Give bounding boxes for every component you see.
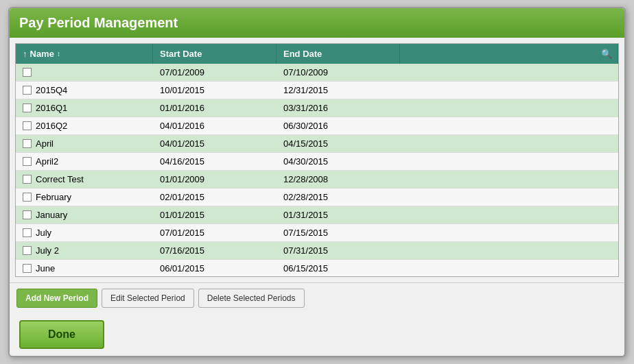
- row-checkbox[interactable]: [23, 86, 32, 95]
- row-name-label: Correct Test: [36, 174, 84, 184]
- row-checkbox[interactable]: [23, 246, 32, 255]
- main-window: Pay Period Management ↑ Name ↕ Start Dat…: [8, 7, 626, 357]
- cell-name: [16, 64, 153, 81]
- cell-name: Correct Test: [16, 171, 153, 188]
- col-startdate-header: Start Date: [153, 44, 277, 64]
- cell-start-date: 10/01/2015: [153, 82, 277, 99]
- row-name-label: June: [36, 263, 55, 274]
- cell-extra: [400, 153, 618, 170]
- add-new-period-button[interactable]: Add New Period: [16, 289, 97, 308]
- edit-selected-period-button[interactable]: Edit Selected Period: [102, 289, 194, 308]
- cell-extra: [400, 260, 618, 276]
- cell-name: 2015Q4: [16, 82, 153, 99]
- cell-start-date: 07/16/2015: [153, 242, 277, 259]
- cell-end-date: 12/28/2008: [277, 171, 400, 188]
- row-name-label: 2016Q2: [36, 121, 67, 131]
- table-row[interactable]: 2016Q1 01/01/2016 03/31/2016: [16, 99, 618, 117]
- delete-selected-periods-button[interactable]: Delete Selected Periods: [198, 289, 305, 308]
- col-search-header[interactable]: 🔍: [400, 44, 618, 64]
- page-title: Pay Period Management: [19, 15, 615, 31]
- cell-extra: [400, 224, 618, 241]
- table-header: ↑ Name ↕ Start Date End Date 🔍: [16, 44, 618, 64]
- cell-extra: [400, 206, 618, 223]
- cell-start-date: 01/01/2016: [153, 99, 277, 117]
- cell-extra: [400, 82, 618, 99]
- table-row[interactable]: April2 04/16/2015 04/30/2015: [16, 153, 618, 171]
- table-row[interactable]: 2016Q2 04/01/2016 06/30/2016: [16, 117, 618, 135]
- cell-start-date: 07/01/2009: [153, 64, 277, 81]
- cell-end-date: 04/30/2015: [277, 153, 400, 170]
- row-checkbox[interactable]: [23, 121, 32, 130]
- row-checkbox[interactable]: [23, 228, 32, 237]
- cell-start-date: 01/01/2015: [153, 206, 277, 223]
- cell-extra: [400, 135, 618, 152]
- cell-end-date: 12/31/2015: [277, 82, 400, 99]
- cell-start-date: 04/16/2015: [153, 153, 277, 170]
- table-body: 07/01/2009 07/10/2009 2015Q4 10/01/2015 …: [16, 64, 618, 276]
- sort-both-icon: ↕: [57, 50, 60, 58]
- cell-name: 2016Q1: [16, 99, 153, 117]
- cell-extra: [400, 242, 618, 259]
- cell-name: June: [16, 260, 153, 276]
- done-button[interactable]: Done: [19, 320, 104, 349]
- col-name-header: ↑ Name ↕: [16, 44, 153, 64]
- cell-end-date: 06/30/2016: [277, 117, 400, 134]
- title-bar: Pay Period Management: [10, 8, 624, 38]
- search-icon[interactable]: 🔍: [601, 49, 612, 59]
- done-bar: Done: [10, 313, 624, 356]
- cell-end-date: 07/15/2015: [277, 224, 400, 241]
- row-name-label: 2016Q1: [36, 103, 67, 113]
- cell-start-date: 06/01/2015: [153, 260, 277, 276]
- table-row[interactable]: February 02/01/2015 02/28/2015: [16, 189, 618, 206]
- table-row[interactable]: June 06/01/2015 06/15/2015: [16, 260, 618, 276]
- cell-end-date: 07/10/2009: [277, 64, 400, 81]
- cell-end-date: 07/31/2015: [277, 242, 400, 259]
- table-row[interactable]: 07/01/2009 07/10/2009: [16, 64, 618, 82]
- cell-name: January: [16, 206, 153, 223]
- row-checkbox[interactable]: [23, 157, 32, 166]
- row-name-label: April: [36, 138, 54, 149]
- row-name-label: January: [36, 210, 67, 220]
- cell-start-date: 04/01/2016: [153, 117, 277, 134]
- cell-extra: [400, 99, 618, 117]
- cell-name: July: [16, 224, 153, 241]
- cell-extra: [400, 117, 618, 134]
- row-name-label: July: [36, 228, 51, 238]
- cell-start-date: 01/01/2009: [153, 171, 277, 188]
- cell-end-date: 02/28/2015: [277, 189, 400, 206]
- action-bar: Add New Period Edit Selected Period Dele…: [10, 282, 624, 313]
- table-row[interactable]: Correct Test 01/01/2009 12/28/2008: [16, 171, 618, 189]
- row-name-label: July 2: [36, 245, 59, 256]
- row-name-label: April2: [36, 156, 58, 167]
- row-checkbox[interactable]: [23, 104, 32, 112]
- table-row[interactable]: January 01/01/2015 01/31/2015: [16, 206, 618, 224]
- pay-period-table: ↑ Name ↕ Start Date End Date 🔍 07/01/200…: [15, 43, 619, 277]
- cell-extra: [400, 64, 618, 81]
- cell-end-date: 03/31/2016: [277, 99, 400, 117]
- cell-end-date: 01/31/2015: [277, 206, 400, 223]
- cell-name: 2016Q2: [16, 117, 153, 134]
- row-checkbox[interactable]: [23, 68, 32, 77]
- col-enddate-header: End Date: [277, 44, 400, 64]
- cell-start-date: 02/01/2015: [153, 189, 277, 206]
- cell-start-date: 07/01/2015: [153, 224, 277, 241]
- row-checkbox[interactable]: [23, 264, 32, 273]
- sort-up-icon: ↑: [23, 49, 27, 59]
- row-checkbox[interactable]: [23, 210, 32, 219]
- table-row[interactable]: 2015Q4 10/01/2015 12/31/2015: [16, 82, 618, 99]
- cell-name: July 2: [16, 242, 153, 259]
- cell-extra: [400, 171, 618, 188]
- table-row[interactable]: April 04/01/2015 04/15/2015: [16, 135, 618, 153]
- row-checkbox[interactable]: [23, 139, 32, 148]
- cell-extra: [400, 189, 618, 206]
- row-name-label: February: [36, 192, 71, 202]
- cell-end-date: 06/15/2015: [277, 260, 400, 276]
- cell-end-date: 04/15/2015: [277, 135, 400, 152]
- row-checkbox[interactable]: [23, 193, 32, 202]
- cell-name: April2: [16, 153, 153, 170]
- col-name-label: Name: [30, 49, 54, 59]
- table-row[interactable]: July 2 07/16/2015 07/31/2015: [16, 242, 618, 260]
- table-row[interactable]: July 07/01/2015 07/15/2015: [16, 224, 618, 242]
- row-checkbox[interactable]: [23, 175, 32, 184]
- cell-name: April: [16, 135, 153, 152]
